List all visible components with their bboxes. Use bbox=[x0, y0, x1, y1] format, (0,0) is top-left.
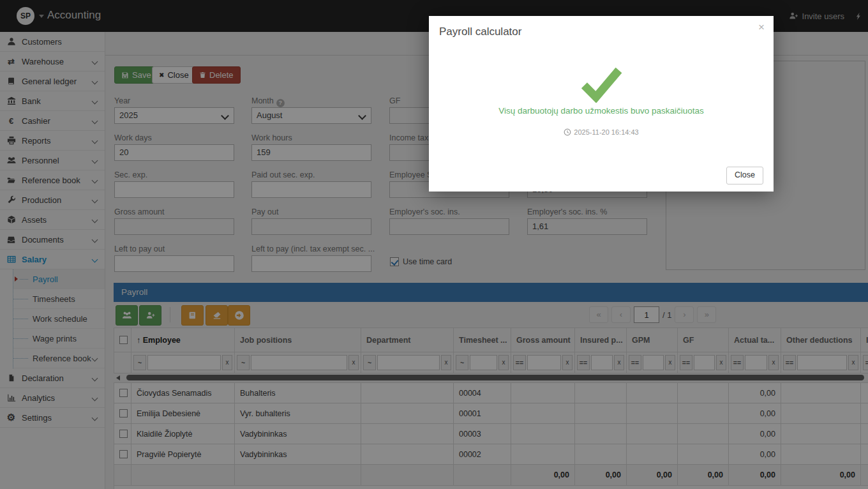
clock-icon bbox=[564, 128, 571, 136]
timestamp: 2025-11-20 16:14:43 bbox=[429, 128, 774, 136]
modal-close-x-icon[interactable]: × bbox=[758, 21, 765, 34]
success-check-icon bbox=[580, 66, 622, 105]
modal-title: Payroll calculator bbox=[439, 26, 521, 38]
modal-close-button[interactable]: Close bbox=[726, 167, 763, 184]
application-window: SP Accounting Invite users Customers ⇄ W… bbox=[0, 0, 868, 489]
success-message: Visų darbuotojų darbo užmokestis buvo pa… bbox=[429, 106, 774, 116]
payroll-calculator-modal: Payroll calculator × Visų darbuotojų dar… bbox=[429, 16, 774, 192]
